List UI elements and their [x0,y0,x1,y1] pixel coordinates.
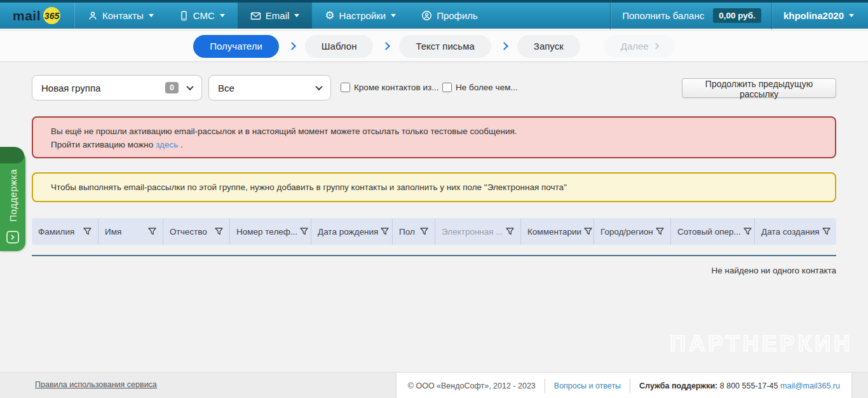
copyright-text: © ООО «ВендоСофт», 2012 - 2023 [408,381,536,390]
exclude-contacts-checkbox[interactable]: Кроме контактов из... [341,83,438,92]
column-label: Город/регион [600,227,653,237]
chevron-right-icon [500,42,508,50]
chevron-down-icon [294,14,299,17]
nav-item-label: Профиль [437,10,478,21]
column-header-email[interactable]: Электронная ... [435,218,521,245]
column-header-gender[interactable]: Пол [393,218,435,245]
nav-item-label: Email [266,10,290,21]
chevron-down-icon [315,83,322,90]
column-header-operator[interactable]: Сотовый опер... [671,218,755,245]
nav-item-email[interactable]: Email [238,3,313,29]
nav-item-profile[interactable]: Профиль [409,3,491,29]
divider [545,379,545,393]
gear-icon: ⚙ [325,10,334,21]
group-count-badge: 0 [165,82,179,93]
chevron-down-icon [849,14,854,17]
column-label: Сотовый опер... [677,227,741,237]
logo-badge-365: 365 [43,7,60,24]
column-header-birthdate[interactable]: Дата рождения [311,218,393,245]
alert-line2: Пройти активацию можно здесь . [51,138,817,151]
filter-funnel-icon[interactable] [743,228,752,235]
contacts-table-header: Фамилия Имя Отчество Номер телеф... Дата… [32,218,836,245]
mail365-logo[interactable]: mail 365 [0,3,75,29]
terms-of-service-link[interactable]: Правила использования сервиса [35,380,157,389]
filter-funnel-icon[interactable] [506,228,514,235]
profile-icon [421,10,432,21]
filter-funnel-icon[interactable] [148,228,156,235]
column-label: Фамилия [38,227,74,237]
column-header-middlename[interactable]: Отчество [163,218,230,245]
step-letter-text[interactable]: Текст письма [399,35,491,58]
activation-here-link[interactable]: здесь [156,140,178,149]
filter-funnel-icon[interactable] [822,228,831,235]
column-header-firstname[interactable]: Имя [98,218,163,245]
faq-link[interactable]: Вопросы и ответы [554,381,621,390]
column-header-comments[interactable]: Комментарии [521,218,594,245]
filter-funnel-icon[interactable] [584,228,592,235]
filter-funnel-icon[interactable] [83,228,92,235]
column-label: Электронная ... [442,227,503,237]
checkbox-label: Кроме контактов из... [354,83,438,92]
filter-funnel-icon[interactable] [300,228,308,235]
column-header-lastname[interactable]: Фамилия [32,218,98,245]
activation-warning-alert: Вы ещё не прошли активацию email-рассыло… [32,116,836,158]
nav-menu: Контакты СМС Email ⚙ Настройки Профиль [75,3,491,29]
column-header-phone[interactable]: Номер телеф... [230,218,311,245]
column-label: Дата рождения [318,227,378,237]
column-label: Номер телеф... [236,227,297,237]
nav-item-label: СМС [193,10,215,21]
column-label: Имя [105,227,121,237]
nav-item-label: Контакты [102,10,144,21]
balance-value-badge[interactable]: 0,00 руб. [713,8,761,23]
support-email-link[interactable]: mail@mail365.ru [780,381,840,390]
group-hint-alert: Чтобы выполнять email-рассылки по этой г… [32,172,836,202]
watermark-text: ПАРТНЕРКИН [670,331,853,356]
group-hint-text: Чтобы выполнять email-рассылки по этой г… [51,181,567,194]
logo-text: mail [13,8,41,24]
alert-line1: Вы ещё не прошли активацию email-рассыло… [51,125,817,138]
nav-item-sms[interactable]: СМС [166,3,238,29]
next-button[interactable]: Далее [604,35,675,58]
column-header-city[interactable]: Город/регион [594,218,671,245]
limit-checkbox[interactable]: Не более чем... [442,83,518,92]
checkbox-input[interactable] [341,83,350,92]
chevron-down-icon [149,14,154,17]
continue-previous-campaign-button[interactable]: Продолжить предыдущую рассылку [682,78,836,98]
filter-funnel-icon[interactable] [381,228,389,235]
support-side-tab[interactable]: Поддержка [0,151,25,251]
nav-item-contacts[interactable]: Контакты [75,3,166,29]
alert-line2-suffix: . [180,140,183,149]
partnerkin-watermark: ПАРТНЕРКИН [661,318,851,369]
table-divider-line [32,255,836,256]
top-up-balance-link[interactable]: Пополнить баланс [611,10,713,21]
phone-icon [179,11,189,21]
person-icon [88,11,98,21]
step-recipients[interactable]: Получатели [193,35,279,58]
filter-funnel-icon[interactable] [656,228,664,235]
leaf-decoration [0,147,24,163]
support-label: Служба поддержки: [639,381,717,390]
checkbox-label: Не более чем... [456,83,518,92]
chevron-down-icon [391,14,396,17]
alert-line2-text: Пройти активацию можно [51,140,153,149]
checkbox-input[interactable] [442,83,452,92]
support-chat-icon [6,231,19,244]
support-phone: 8 800 555-17-45 [720,381,778,390]
column-label: Пол [399,227,415,237]
column-header-created[interactable]: Дата создания [755,218,836,245]
username: khpolina2020 [783,10,844,21]
step-launch[interactable]: Запуск [517,35,580,58]
empty-state-text: Не найдено ни одного контакта [32,266,836,275]
filter-funnel-icon[interactable] [420,228,428,235]
step-template[interactable]: Шаблон [305,35,374,58]
user-menu[interactable]: khpolina2020 [772,10,868,21]
scope-select[interactable]: Все [208,75,331,100]
footer-bar: Правила использования сервиса © ООО «Вен… [0,372,868,398]
envelope-icon [250,11,261,21]
chevron-down-icon [186,83,193,90]
filter-funnel-icon[interactable] [215,228,223,235]
group-select-value: Новая группа [41,83,100,93]
group-select[interactable]: Новая группа 0 [32,75,202,100]
scope-select-value: Все [218,83,234,93]
nav-item-settings[interactable]: ⚙ Настройки [312,3,409,29]
